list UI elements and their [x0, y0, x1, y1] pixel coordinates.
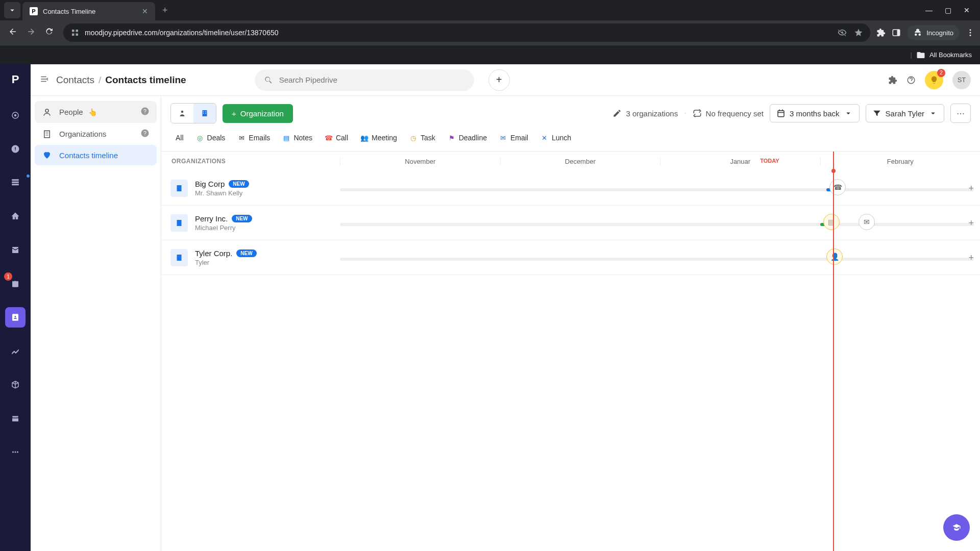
all-bookmarks-link[interactable]: All Bookmarks	[929, 51, 972, 59]
view-person-button[interactable]	[171, 104, 193, 123]
sidebar-item-timeline[interactable]: Contacts timeline	[35, 145, 157, 165]
new-tab-button[interactable]: +	[157, 5, 173, 16]
rail-item-contacts[interactable]	[5, 307, 26, 328]
svg-point-11	[15, 452, 16, 453]
new-badge: NEW	[229, 180, 249, 188]
month-header: December	[500, 158, 660, 165]
time-range-dropdown[interactable]: 3 months back	[770, 104, 860, 122]
month-header: November	[340, 158, 500, 165]
owner-filter-dropdown[interactable]: Sarah Tyler	[866, 104, 944, 122]
activity-note-icon[interactable]: ▤	[823, 214, 840, 230]
sidebar-item-organizations[interactable]: Organizations ?	[35, 123, 157, 145]
filter-task[interactable]: ◷Task	[404, 131, 440, 145]
help-fab-button[interactable]	[943, 514, 970, 541]
extensions-app-icon[interactable]	[888, 76, 897, 85]
tracking-icon[interactable]	[838, 28, 847, 37]
edit-count-button[interactable]: 3 organizations	[612, 109, 678, 118]
filter-all[interactable]: All	[170, 131, 189, 145]
bookmark-star-icon[interactable]	[854, 28, 863, 37]
rail-item-leads[interactable]	[5, 105, 26, 126]
rail-item-insights[interactable]	[5, 341, 26, 361]
tab-favicon: P	[30, 7, 38, 15]
svg-point-2	[970, 29, 971, 31]
breadcrumb-parent[interactable]: Contacts	[56, 74, 94, 86]
maximize-button[interactable]: ▢	[945, 6, 951, 14]
org-name[interactable]: Tyler Corp.	[195, 249, 232, 258]
svg-point-4	[970, 35, 971, 36]
sidebar-toggle-button[interactable]	[40, 74, 49, 86]
rail-item-projects[interactable]	[5, 172, 26, 193]
org-name[interactable]: Perry Inc.	[195, 214, 228, 223]
filter-deals[interactable]: ◎Deals	[191, 131, 231, 145]
filter-call[interactable]: ☎Call	[320, 131, 353, 145]
building-icon	[42, 130, 52, 139]
filter-notes[interactable]: ▤Notes	[277, 131, 317, 145]
more-options-button[interactable]: ⋯	[950, 104, 971, 123]
browser-tab[interactable]: P Contacts Timeline ✕	[22, 2, 155, 20]
browser-menu-icon[interactable]	[966, 28, 975, 37]
rail-item-activities[interactable]: 1	[5, 273, 26, 294]
filter-emails[interactable]: ✉Emails	[232, 131, 275, 145]
quick-add-button[interactable]: +	[488, 69, 510, 91]
rail-item-products[interactable]	[5, 374, 26, 395]
org-contact[interactable]: Tyler	[195, 259, 257, 266]
search-input[interactable]	[279, 76, 465, 84]
forward-button[interactable]	[27, 27, 36, 38]
incognito-badge[interactable]: Incognito	[907, 25, 960, 40]
svg-point-14	[45, 109, 48, 112]
org-contact[interactable]: Mr. Shawn Kelly	[195, 189, 249, 197]
extensions-icon[interactable]	[876, 28, 886, 37]
view-toggle	[170, 103, 216, 123]
month-header: February	[820, 158, 981, 165]
breadcrumb-separator: /	[99, 74, 101, 86]
tab-search-button[interactable]	[4, 2, 20, 18]
svg-rect-25	[206, 113, 207, 114]
close-window-button[interactable]: ✕	[964, 6, 970, 14]
heartbeat-icon	[42, 151, 52, 160]
reload-button[interactable]	[45, 27, 54, 38]
filter-email[interactable]: ✉Email	[494, 131, 533, 145]
back-button[interactable]	[8, 27, 17, 38]
help-tooltip-icon[interactable]: ?	[140, 129, 150, 139]
org-name[interactable]: Big Corp	[195, 180, 225, 188]
rail-item-campaigns[interactable]	[5, 206, 26, 227]
add-activity-button[interactable]: +	[968, 183, 974, 194]
minimize-button[interactable]: —	[925, 6, 933, 14]
svg-rect-26	[778, 111, 784, 117]
view-org-button[interactable]	[193, 104, 216, 123]
activity-email-icon[interactable]: ✉	[859, 214, 875, 230]
add-activity-button[interactable]: +	[968, 253, 974, 263]
filter-lunch[interactable]: ✕Lunch	[535, 131, 576, 145]
envelope-icon: ✉	[237, 134, 246, 142]
svg-rect-7	[12, 281, 18, 287]
help-icon[interactable]	[906, 76, 916, 85]
org-icon	[170, 249, 188, 266]
help-tooltip-icon[interactable]: ?	[140, 107, 150, 117]
user-avatar[interactable]: ST	[952, 71, 971, 89]
rail-item-more[interactable]	[5, 442, 26, 462]
svg-rect-29	[177, 255, 182, 261]
activity-person-icon[interactable]: 👤	[826, 248, 843, 265]
search-input-container[interactable]	[255, 69, 474, 91]
month-header: JanuarTODAY	[660, 158, 820, 165]
add-activity-button[interactable]: +	[968, 218, 974, 229]
close-tab-icon[interactable]: ✕	[142, 7, 148, 15]
rail-item-marketplace[interactable]	[5, 408, 26, 429]
rail-item-deals[interactable]	[5, 139, 26, 159]
rail-item-mail[interactable]	[5, 240, 26, 260]
svg-point-9	[15, 316, 16, 317]
tips-button[interactable]: 2	[925, 71, 943, 89]
new-badge: NEW	[232, 215, 252, 222]
filter-meeting[interactable]: 👥Meeting	[355, 131, 402, 145]
person-icon	[42, 108, 52, 117]
app-logo[interactable]: P	[6, 70, 24, 89]
address-bar[interactable]: moodjoy.pipedrive.com/organizations/time…	[63, 23, 870, 42]
filter-deadline[interactable]: ⚑Deadline	[443, 131, 492, 145]
activity-call-icon[interactable]: ☎	[829, 179, 846, 195]
svg-rect-1	[897, 30, 900, 36]
sidebar-item-people[interactable]: People 👆 ?	[35, 101, 157, 123]
add-organization-button[interactable]: + Organization	[223, 104, 293, 123]
frequency-button[interactable]: No frequency set	[693, 109, 764, 118]
org-contact[interactable]: Michael Perry	[195, 224, 252, 232]
sidepanel-icon[interactable]	[892, 28, 901, 37]
